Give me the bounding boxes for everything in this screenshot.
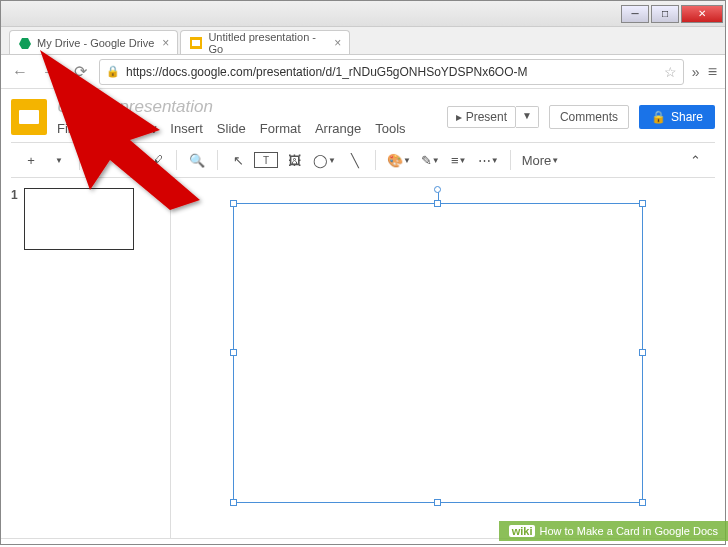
- browser-window: ─ □ ✕ My Drive - Google Drive × Untitled…: [0, 0, 726, 545]
- new-slide-button[interactable]: +: [19, 148, 43, 172]
- lock-icon: 🔒: [106, 65, 120, 78]
- present-button[interactable]: ▸ Present: [447, 106, 516, 128]
- present-dropdown[interactable]: ▼: [516, 106, 539, 128]
- menu-slide[interactable]: Slide: [217, 121, 246, 136]
- menu-bar: File Edit View Insert Slide Format Arran…: [57, 121, 437, 136]
- resize-handle-se[interactable]: [639, 499, 646, 506]
- close-icon[interactable]: ×: [334, 36, 341, 50]
- window-maximize-button[interactable]: □: [651, 5, 679, 23]
- resize-handle-sw[interactable]: [230, 499, 237, 506]
- menu-arrange[interactable]: Arrange: [315, 121, 361, 136]
- browser-tab-slides[interactable]: Untitled presentation - Go ×: [180, 30, 350, 54]
- window-titlebar: ─ □ ✕: [1, 1, 725, 27]
- back-button[interactable]: ←: [9, 61, 31, 83]
- undo-button[interactable]: ↶: [88, 148, 112, 172]
- slide-editor[interactable]: [171, 178, 725, 538]
- slides-logo-icon[interactable]: [11, 99, 47, 135]
- docs-header: Untitled presentation File Edit View Ins…: [1, 89, 725, 178]
- url-input[interactable]: 🔒 https://docs.google.com/presentation/d…: [99, 59, 684, 85]
- collapse-toolbar-button[interactable]: ⌃: [683, 148, 707, 172]
- close-icon[interactable]: ×: [162, 36, 169, 50]
- comments-button[interactable]: Comments: [549, 105, 629, 129]
- zoom-button[interactable]: 🔍: [185, 148, 209, 172]
- textbox-tool[interactable]: T: [254, 152, 278, 168]
- redo-button[interactable]: ↷: [116, 148, 140, 172]
- slide-number: 1: [11, 188, 18, 250]
- forward-button[interactable]: →: [39, 61, 61, 83]
- rotation-handle[interactable]: [434, 186, 441, 193]
- slide-thumbnail[interactable]: 1: [11, 188, 160, 250]
- resize-handle-e[interactable]: [639, 349, 646, 356]
- bookmark-star-icon[interactable]: ☆: [664, 64, 677, 80]
- image-tool[interactable]: 🖼: [282, 148, 306, 172]
- resize-handle-w[interactable]: [230, 349, 237, 356]
- wiki-badge: wiki: [509, 525, 536, 537]
- document-title[interactable]: Untitled presentation: [57, 97, 437, 117]
- reload-button[interactable]: ⟳: [69, 61, 91, 83]
- svg-marker-0: [19, 38, 31, 49]
- menu-file[interactable]: File: [57, 121, 78, 136]
- share-button[interactable]: 🔒 Share: [639, 105, 715, 129]
- wikihow-watermark: wiki How to Make a Card in Google Docs: [499, 521, 728, 541]
- menu-edit[interactable]: Edit: [92, 121, 114, 136]
- border-dash-button[interactable]: ⋯▼: [475, 148, 502, 172]
- slide-thumbnail-panel: 1: [1, 178, 171, 538]
- drive-icon: [18, 36, 32, 50]
- lock-icon: 🔒: [651, 110, 666, 124]
- border-weight-button[interactable]: ≡▼: [447, 148, 471, 172]
- paint-format-button[interactable]: 🖌: [144, 148, 168, 172]
- window-minimize-button[interactable]: ─: [621, 5, 649, 23]
- resize-handle-ne[interactable]: [639, 200, 646, 207]
- editor-canvas: 1: [1, 178, 725, 538]
- url-text: https://docs.google.com/presentation/d/1…: [126, 65, 658, 79]
- fill-color-button[interactable]: 🎨▼: [384, 148, 414, 172]
- select-tool[interactable]: ↖: [226, 148, 250, 172]
- extensions-icon[interactable]: »: [692, 64, 700, 80]
- border-color-button[interactable]: ✎▼: [418, 148, 443, 172]
- watermark-text: How to Make a Card in Google Docs: [539, 525, 718, 537]
- shape-tool[interactable]: ◯▼: [310, 148, 339, 172]
- menu-icon[interactable]: ≡: [708, 63, 717, 81]
- browser-address-bar: ← → ⟳ 🔒 https://docs.google.com/presenta…: [1, 55, 725, 89]
- resize-handle-nw[interactable]: [230, 200, 237, 207]
- toolbar: + ▼ ↶ ↷ 🖌 🔍 ↖ T 🖼 ◯▼ ╲ 🎨▼ ✎▼ ≡▼ ⋯▼ More …: [11, 142, 715, 178]
- line-tool[interactable]: ╲: [343, 148, 367, 172]
- play-icon: ▸: [456, 110, 462, 124]
- thumbnail-preview: [24, 188, 134, 250]
- menu-tools[interactable]: Tools: [375, 121, 405, 136]
- new-slide-dropdown[interactable]: ▼: [47, 148, 71, 172]
- resize-handle-s[interactable]: [434, 499, 441, 506]
- svg-rect-2: [192, 40, 200, 46]
- menu-view[interactable]: View: [128, 121, 156, 136]
- browser-tabstrip: My Drive - Google Drive × Untitled prese…: [1, 27, 725, 55]
- selected-textbox[interactable]: [233, 203, 643, 503]
- more-button[interactable]: More ▼: [519, 148, 563, 172]
- menu-insert[interactable]: Insert: [170, 121, 203, 136]
- browser-tab-drive[interactable]: My Drive - Google Drive ×: [9, 30, 178, 54]
- resize-handle-n[interactable]: [434, 200, 441, 207]
- menu-format[interactable]: Format: [260, 121, 301, 136]
- tab-title: My Drive - Google Drive: [37, 37, 154, 49]
- tab-title: Untitled presentation - Go: [208, 31, 326, 55]
- slides-icon: [189, 36, 203, 50]
- window-close-button[interactable]: ✕: [681, 5, 723, 23]
